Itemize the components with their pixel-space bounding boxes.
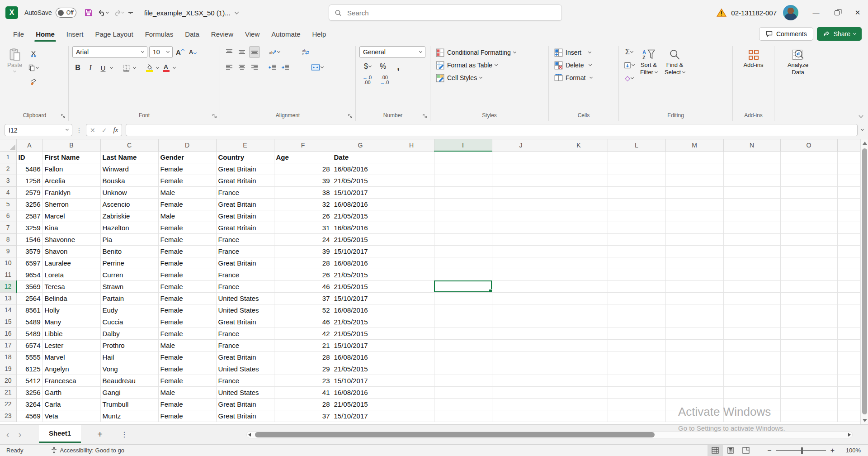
cell-D20[interactable]: Female xyxy=(158,375,216,386)
cell-D8[interactable]: Female xyxy=(158,233,216,245)
row-header-7[interactable]: 7 xyxy=(0,222,16,233)
cell-partial-9[interactable] xyxy=(837,245,860,257)
cell-E19[interactable]: United States xyxy=(216,363,274,375)
cell-B9[interactable]: Shavon xyxy=(42,245,100,257)
cell-A18[interactable]: 5555 xyxy=(16,351,42,363)
cell-L8[interactable] xyxy=(608,233,665,245)
cell-partial-13[interactable] xyxy=(837,292,860,304)
cell-C10[interactable]: Perrine xyxy=(100,257,158,269)
row-header-6[interactable]: 6 xyxy=(0,210,16,222)
cell-D4[interactable]: Male xyxy=(158,186,216,198)
column-header-F[interactable]: F xyxy=(274,139,332,151)
cell-A11[interactable]: 9654 xyxy=(16,269,42,280)
cell-J14[interactable] xyxy=(492,304,550,316)
cell-E8[interactable]: France xyxy=(216,233,274,245)
row-header-13[interactable]: 13 xyxy=(0,292,16,304)
cell-M5[interactable] xyxy=(665,198,723,210)
cell-D13[interactable]: Female xyxy=(158,292,216,304)
cell-D10[interactable]: Female xyxy=(158,257,216,269)
cell-J15[interactable] xyxy=(492,316,550,328)
align-left-button[interactable] xyxy=(224,62,235,73)
cell-M19[interactable] xyxy=(665,363,723,375)
row-header-20[interactable]: 20 xyxy=(0,375,16,386)
row-header-18[interactable]: 18 xyxy=(0,351,16,363)
cell-D9[interactable]: Female xyxy=(158,245,216,257)
cell-G6[interactable]: 21/05/2015 xyxy=(332,210,389,222)
tab-view[interactable]: View xyxy=(239,27,265,42)
cell-M22[interactable] xyxy=(665,398,723,410)
delete-cells-button[interactable]: Delete xyxy=(552,59,615,71)
column-header-A[interactable]: A xyxy=(16,139,42,151)
cell-partial-12[interactable] xyxy=(837,280,860,292)
cell-partial-1[interactable] xyxy=(837,151,860,163)
cell-G20[interactable]: 15/10/2017 xyxy=(332,375,389,386)
cell-B18[interactable]: Marvel xyxy=(42,351,100,363)
column-header-C[interactable]: C xyxy=(100,139,158,151)
cell-N1[interactable] xyxy=(723,151,780,163)
cell-G7[interactable]: 16/08/2016 xyxy=(332,222,389,233)
cell-O23[interactable] xyxy=(780,410,837,422)
increase-font-size-button[interactable]: A xyxy=(175,46,185,58)
autosum-button[interactable]: Σ xyxy=(623,46,636,58)
cell-M10[interactable] xyxy=(665,257,723,269)
cell-B22[interactable]: Carla xyxy=(42,398,100,410)
cell-C15[interactable]: Cuccia xyxy=(100,316,158,328)
cell-M2[interactable] xyxy=(665,163,723,175)
cell-A20[interactable]: 5412 xyxy=(16,375,42,386)
vertical-scroll-thumb[interactable] xyxy=(862,148,867,414)
cell-F15[interactable]: 46 xyxy=(274,316,332,328)
cell-N4[interactable] xyxy=(723,186,780,198)
align-right-button[interactable] xyxy=(249,62,260,73)
cell-N3[interactable] xyxy=(723,175,780,186)
cell-H19[interactable] xyxy=(389,363,434,375)
cell-I21[interactable] xyxy=(434,386,492,398)
cell-I23[interactable] xyxy=(434,410,492,422)
cell-J4[interactable] xyxy=(492,186,550,198)
cell-L20[interactable] xyxy=(608,375,665,386)
cut-button[interactable] xyxy=(27,48,40,60)
cell-K4[interactable] xyxy=(550,186,608,198)
cell-G16[interactable]: 21/05/2015 xyxy=(332,328,389,339)
cell-N7[interactable] xyxy=(723,222,780,233)
cell-D6[interactable]: Male xyxy=(158,210,216,222)
cell-L15[interactable] xyxy=(608,316,665,328)
font-color-button[interactable]: A xyxy=(160,62,171,74)
cell-B11[interactable]: Loreta xyxy=(42,269,100,280)
cell-N20[interactable] xyxy=(723,375,780,386)
increase-decimal-button[interactable]: ←.0.00 xyxy=(361,74,373,86)
decrease-decimal-button[interactable]: .00→.0 xyxy=(378,74,390,86)
close-button[interactable]: ✕ xyxy=(847,0,868,25)
cell-I17[interactable] xyxy=(434,339,492,351)
font-family-select[interactable]: Arial xyxy=(72,46,147,58)
excel-logo-icon[interactable]: X xyxy=(5,6,18,19)
cell-E5[interactable]: Great Britain xyxy=(216,198,274,210)
row-header-3[interactable]: 3 xyxy=(0,175,16,186)
cell-I7[interactable] xyxy=(434,222,492,233)
cell-D3[interactable]: Female xyxy=(158,175,216,186)
cell-G9[interactable]: 15/10/2017 xyxy=(332,245,389,257)
cell-D7[interactable]: Female xyxy=(158,222,216,233)
cell-H3[interactable] xyxy=(389,175,434,186)
addins-button[interactable]: Add-ins xyxy=(736,46,770,69)
row-header-9[interactable]: 9 xyxy=(0,245,16,257)
cell-E6[interactable]: Great Britain xyxy=(216,210,274,222)
cell-styles-button[interactable]: Cell Styles xyxy=(434,71,545,84)
cell-O17[interactable] xyxy=(780,339,837,351)
cell-F14[interactable]: 52 xyxy=(274,304,332,316)
cell-K6[interactable] xyxy=(550,210,608,222)
column-header-partial[interactable] xyxy=(837,139,860,151)
cell-G15[interactable]: 21/05/2015 xyxy=(332,316,389,328)
increase-indent-button[interactable] xyxy=(280,62,291,73)
cell-A10[interactable]: 6597 xyxy=(16,257,42,269)
cell-G11[interactable]: 21/05/2015 xyxy=(332,269,389,280)
cell-I2[interactable] xyxy=(434,163,492,175)
format-as-table-button[interactable]: Format as Table xyxy=(434,59,545,71)
normal-view-button[interactable] xyxy=(708,445,723,456)
cell-I20[interactable] xyxy=(434,375,492,386)
cell-F16[interactable]: 42 xyxy=(274,328,332,339)
cell-A14[interactable]: 8561 xyxy=(16,304,42,316)
cell-E15[interactable]: Great Britain xyxy=(216,316,274,328)
expand-formula-bar-icon[interactable] xyxy=(861,128,864,131)
cell-L23[interactable] xyxy=(608,410,665,422)
cell-K23[interactable] xyxy=(550,410,608,422)
